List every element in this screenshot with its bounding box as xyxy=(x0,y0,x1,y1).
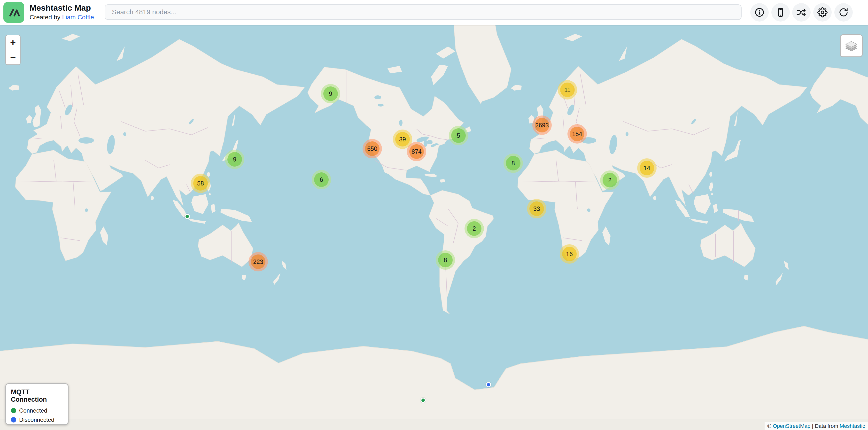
refresh-icon xyxy=(838,7,848,18)
device-icon xyxy=(775,7,786,18)
osm-link[interactable]: OpenStreetMap xyxy=(773,423,810,429)
disconnected-dot xyxy=(11,417,16,423)
cluster-count: 2 xyxy=(467,221,482,236)
cluster-marker[interactable]: 9 xyxy=(225,150,244,169)
cluster-count: 58 xyxy=(193,176,208,191)
cluster-marker[interactable]: 2 xyxy=(600,170,620,190)
meshtastic-map-app: 911269315439565087498142658332168223 + −… xyxy=(0,0,868,430)
layers-control[interactable] xyxy=(840,34,863,57)
cluster-count: 33 xyxy=(529,201,544,216)
page-subtitle: Created by Liam Cottle xyxy=(30,12,94,22)
legend-row-connected: Connected xyxy=(11,407,63,414)
legend-title: MQTT Connection xyxy=(11,388,63,403)
cluster-marker[interactable]: 11 xyxy=(558,80,577,100)
connected-dot xyxy=(11,408,16,413)
zoom-out-button[interactable]: − xyxy=(6,50,20,64)
node-marker-connected[interactable] xyxy=(421,398,426,403)
copyright-text: © xyxy=(768,423,773,429)
cluster-marker[interactable]: 8 xyxy=(503,154,523,173)
marker-layer: 911269315439565087498142658332168223 xyxy=(0,0,868,430)
mqtt-legend: MQTT Connection Connected Disconnected xyxy=(5,383,68,425)
shuffle-icon xyxy=(796,7,806,18)
cluster-count: 650 xyxy=(365,141,379,156)
cluster-count: 39 xyxy=(395,132,410,146)
info-button[interactable] xyxy=(750,3,769,22)
cluster-count: 9 xyxy=(323,87,338,101)
search-input[interactable] xyxy=(104,4,742,20)
cluster-marker[interactable]: 58 xyxy=(191,174,210,193)
zoom-control: + − xyxy=(5,35,21,65)
cluster-count: 2 xyxy=(602,173,617,188)
cluster-count: 16 xyxy=(562,247,577,261)
map-attribution: © OpenStreetMap | Data from Meshtastic xyxy=(765,422,868,430)
meshtastic-logo-icon xyxy=(6,5,22,20)
subtitle-prefix: Created by xyxy=(30,13,62,21)
cluster-marker[interactable]: 9 xyxy=(321,84,340,103)
cluster-marker[interactable]: 154 xyxy=(567,124,587,143)
settings-button[interactable] xyxy=(813,3,832,22)
author-link[interactable]: Liam Cottle xyxy=(62,13,94,21)
zoom-in-button[interactable]: + xyxy=(6,35,20,50)
shuffle-button[interactable] xyxy=(792,3,811,22)
cluster-marker[interactable]: 650 xyxy=(363,139,382,158)
cluster-marker[interactable]: 874 xyxy=(407,142,426,161)
node-marker-disconnected[interactable] xyxy=(486,382,491,387)
attribution-separator: | Data from xyxy=(810,423,840,429)
cluster-count: 8 xyxy=(506,156,521,170)
layers-icon xyxy=(844,39,858,53)
cluster-count: 5 xyxy=(451,128,466,143)
cluster-count: 2693 xyxy=(535,118,549,132)
cluster-count: 9 xyxy=(227,152,242,167)
legend-label-connected: Connected xyxy=(19,407,47,414)
node-marker-connected[interactable] xyxy=(185,214,190,219)
cluster-count: 6 xyxy=(314,172,329,187)
legend-row-disconnected: Disconnected xyxy=(11,417,63,423)
app-header: Meshtastic Map Created by Liam Cottle xyxy=(0,0,868,25)
info-icon xyxy=(754,7,765,18)
cluster-marker[interactable]: 2693 xyxy=(532,115,552,135)
cluster-marker[interactable]: 16 xyxy=(560,244,579,264)
cluster-marker[interactable]: 14 xyxy=(637,158,657,178)
cluster-marker[interactable]: 6 xyxy=(312,170,331,189)
cluster-marker[interactable]: 8 xyxy=(436,250,455,270)
refresh-button[interactable] xyxy=(834,3,853,22)
cluster-count: 874 xyxy=(409,144,424,159)
cluster-marker[interactable]: 2 xyxy=(465,219,484,238)
meshtastic-link[interactable]: Meshtastic xyxy=(840,423,865,429)
cluster-marker[interactable]: 5 xyxy=(449,126,468,145)
cluster-marker[interactable]: 223 xyxy=(248,252,268,271)
title-block: Meshtastic Map Created by Liam Cottle xyxy=(30,3,94,22)
cluster-count: 154 xyxy=(570,127,584,141)
settings-icon xyxy=(817,7,828,18)
cluster-count: 8 xyxy=(438,253,453,267)
cluster-count: 11 xyxy=(560,82,575,97)
legend-label-disconnected: Disconnected xyxy=(19,417,54,423)
page-title: Meshtastic Map xyxy=(30,3,94,12)
cluster-count: 223 xyxy=(251,255,266,269)
device-button[interactable] xyxy=(771,3,790,22)
cluster-count: 14 xyxy=(640,161,654,175)
meshtastic-logo xyxy=(3,2,24,23)
cluster-marker[interactable]: 33 xyxy=(527,199,547,219)
